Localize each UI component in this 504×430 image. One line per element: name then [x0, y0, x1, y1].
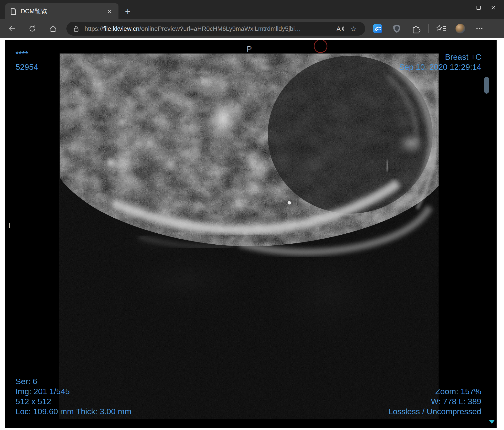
svg-text:A: A	[337, 25, 341, 32]
url-path: /onlinePreview?url=aHR0cHM6Ly9maWxlLmtrd…	[139, 25, 301, 32]
orientation-posterior: P	[247, 45, 252, 54]
overlay-series: Ser: 6	[16, 376, 131, 386]
tab-title: DCM预览	[20, 7, 101, 16]
maximize-icon	[475, 4, 482, 11]
overlay-datetime: Sep 10, 2020 12:29:14	[399, 62, 481, 72]
overlay-location: Loc: 109.60 mm Thick: 3.00 mm	[16, 406, 131, 416]
tab-dcm-preview[interactable]: DCM预览	[5, 3, 118, 19]
back-button[interactable]	[6, 22, 18, 35]
address-bar[interactable]: https://file.kkview.cn/onlinePreview?url…	[66, 22, 365, 36]
series-scrollbar[interactable]	[484, 76, 489, 94]
overlay-matrix: 512 x 512	[16, 396, 131, 406]
minimize-button[interactable]	[456, 0, 471, 15]
maximize-button[interactable]	[471, 0, 486, 15]
scroll-down-arrow-shape	[489, 420, 495, 424]
shield-extension-icon[interactable]	[390, 22, 404, 35]
avatar	[456, 24, 465, 34]
dicom-viewer[interactable]: **** 52954 P L Breast +C Sep 10, 2020 12…	[5, 40, 497, 428]
add-favorite-button[interactable]: ☆	[349, 23, 359, 34]
overlay-compression: Lossless / Uncompressed	[388, 406, 481, 416]
tab-close-icon[interactable]	[105, 7, 114, 16]
new-tab-button[interactable]: +	[122, 6, 133, 17]
overlay-stars: ****	[16, 49, 28, 59]
arrow-left-icon	[8, 24, 16, 33]
close-icon	[490, 4, 497, 11]
series-scrollbar-thumb[interactable]	[484, 77, 489, 94]
star-menu-icon	[436, 24, 447, 33]
scroll-down-arrow[interactable]	[488, 419, 496, 424]
overlay-zoom: Zoom: 157%	[388, 386, 481, 396]
minimize-icon	[460, 4, 467, 11]
ellipsis-icon	[475, 24, 484, 33]
document-icon	[10, 8, 17, 15]
overlay-patient-id: 52954	[16, 62, 38, 72]
toolbar-separator	[428, 24, 429, 33]
more-options-button[interactable]	[473, 22, 486, 35]
window-controls	[456, 0, 501, 15]
overlay-study: Breast +C	[445, 52, 481, 62]
overlay-image-index: Img: 201 1/545	[16, 386, 131, 396]
overlay-bottom-left: Ser: 6 Img: 201 1/545 512 x 512 Loc: 109…	[16, 376, 131, 416]
orientation-left: L	[8, 222, 13, 230]
lock-icon	[73, 25, 80, 33]
close-button[interactable]	[486, 0, 501, 15]
extensions-button[interactable]	[409, 22, 423, 35]
refresh-button[interactable]	[26, 22, 39, 35]
mri-image	[5, 40, 497, 428]
home-button[interactable]	[47, 22, 59, 35]
puzzle-icon	[411, 24, 421, 34]
url-text[interactable]: https://file.kkview.cn/onlinePreview?url…	[85, 25, 331, 33]
url-scheme: https://	[85, 25, 103, 32]
overlay-window-level: W: 778 L: 389	[388, 396, 481, 406]
shield-icon	[392, 24, 401, 34]
url-domain: file.kkview.cn	[103, 25, 139, 32]
blue-extension-icon[interactable]	[371, 22, 384, 35]
toolbar: https://file.kkview.cn/onlinePreview?url…	[0, 19, 504, 38]
page-background: **** 52954 P L Breast +C Sep 10, 2020 12…	[0, 38, 504, 430]
overlay-bottom-right: Zoom: 157% W: 778 L: 389 Lossless / Unco…	[388, 386, 481, 416]
read-aloud-icon: A	[335, 24, 345, 33]
profile-avatar[interactable]	[454, 22, 467, 35]
annotation-circle-shape	[314, 40, 327, 53]
home-icon	[49, 24, 57, 33]
read-aloud-button[interactable]: A	[335, 23, 345, 34]
favorites-hub-button[interactable]	[434, 22, 448, 35]
annotation-circle[interactable]	[313, 40, 328, 54]
star-icon: ☆	[351, 25, 357, 33]
refresh-icon	[28, 24, 37, 33]
tab-strip: DCM预览 +	[0, 0, 504, 19]
